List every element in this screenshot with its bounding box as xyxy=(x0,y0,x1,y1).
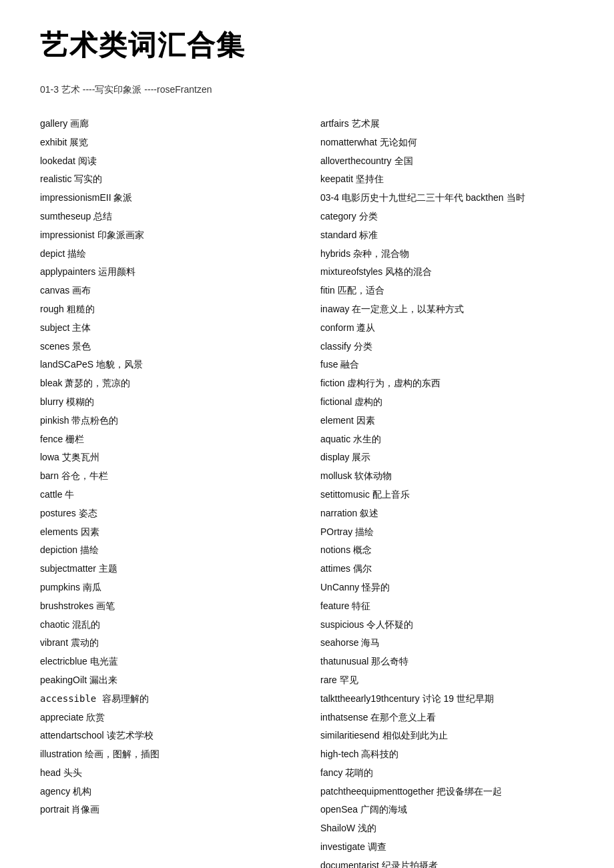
list-item: standard 标准 xyxy=(320,228,574,244)
list-item: peakingOilt 漏出来 xyxy=(40,673,294,689)
list-item: aquatic 水生的 xyxy=(320,432,574,448)
list-item: mixtureofstyles 风格的混合 xyxy=(320,264,574,280)
list-item: pinkish 带点粉色的 xyxy=(40,413,294,429)
list-item: ShailoW 浅的 xyxy=(320,821,574,837)
list-item: feature 特征 xyxy=(320,598,574,614)
list-item: rough 粗糙的 xyxy=(40,302,294,318)
list-item: fiction 虚构行为，虚构的东西 xyxy=(320,376,574,392)
list-item: conform 遵从 xyxy=(320,320,574,336)
list-item: documentarist 纪录片拍摄者 xyxy=(320,858,574,868)
left-column: gallery 画廊exhibit 展览lookedat 阅读realistic… xyxy=(40,116,294,868)
list-item: hybrids 杂种，混合物 xyxy=(320,246,574,262)
list-item: talkttheearly19thcentury 讨论 19 世纪早期 xyxy=(320,691,574,707)
list-item: scenes 景色 xyxy=(40,339,294,355)
list-item: alloverthecountry 全国 xyxy=(320,153,574,169)
list-item: rare 罕见 xyxy=(320,673,574,689)
list-item: accessible 容易理解的 xyxy=(40,691,294,707)
content-area: gallery 画廊exhibit 展览lookedat 阅读realistic… xyxy=(40,116,574,868)
list-item: sumtheseup 总结 xyxy=(40,209,294,225)
list-item: brushstrokes 画笔 xyxy=(40,598,294,614)
list-item: depict 描绘 xyxy=(40,246,294,262)
subtitle: 01-3 艺术 ----写实印象派 ----roseFrantzen xyxy=(40,84,574,96)
list-item: seahorse 海马 xyxy=(320,635,574,651)
list-item: cattle 牛 xyxy=(40,487,294,503)
list-item: attendartschool 读艺术学校 xyxy=(40,728,294,744)
list-item: chaotic 混乱的 xyxy=(40,617,294,633)
list-item: landSCaPeS 地貌，风景 xyxy=(40,357,294,373)
list-item: category 分类 xyxy=(320,209,574,225)
list-item: fictional 虚构的 xyxy=(320,394,574,410)
list-item: subjectmatter 主题 xyxy=(40,561,294,577)
list-item: element 因素 xyxy=(320,413,574,429)
list-item: patchtheequipmenttogether 把设备绑在一起 xyxy=(320,784,574,800)
list-item: lookedat 阅读 xyxy=(40,153,294,169)
list-item: exhibit 展览 xyxy=(40,135,294,151)
list-item: agency 机构 xyxy=(40,784,294,800)
list-item: portrait 肖像画 xyxy=(40,802,294,818)
list-item: inaway 在一定意义上，以某种方式 xyxy=(320,302,574,318)
list-item: inthatsense 在那个意义上看 xyxy=(320,710,574,726)
list-item: mollusk 软体动物 xyxy=(320,468,574,484)
list-item: elements 因素 xyxy=(40,524,294,540)
list-item: subject 主体 xyxy=(40,320,294,336)
list-item: suspicious 令人怀疑的 xyxy=(320,617,574,633)
list-item: UnCanny 怪异的 xyxy=(320,580,574,596)
right-column: artfairs 艺术展nomatterwhat 无论如何alloverthec… xyxy=(320,116,574,868)
list-item: bleak 萧瑟的，荒凉的 xyxy=(40,376,294,392)
list-item: impressionist 印象派画家 xyxy=(40,228,294,244)
list-item: investigate 调查 xyxy=(320,839,574,855)
list-item: applypainters 运用颜料 xyxy=(40,264,294,280)
list-item: fancy 花哨的 xyxy=(320,765,574,781)
list-item: lowa 艾奥瓦州 xyxy=(40,450,294,466)
list-item: illustration 绘画，图解，插图 xyxy=(40,747,294,763)
list-item: POrtray 描绘 xyxy=(320,524,574,540)
list-item: fuse 融合 xyxy=(320,357,574,373)
list-item: vibrant 震动的 xyxy=(40,635,294,651)
list-item: electricblue 电光蓝 xyxy=(40,654,294,670)
list-item: postures 姿态 xyxy=(40,506,294,522)
list-item: narration 叙述 xyxy=(320,506,574,522)
list-item: similaritiesend 相似处到此为止 xyxy=(320,728,574,744)
list-item: notions 概念 xyxy=(320,542,574,558)
list-item: 03-4 电影历史十九世纪二三十年代 backthen 当时 xyxy=(320,190,574,206)
list-item: thatunusual 那么奇特 xyxy=(320,654,574,670)
list-item: realistic 写实的 xyxy=(40,171,294,187)
list-item: canvas 画布 xyxy=(40,283,294,299)
list-item: fence 栅栏 xyxy=(40,432,294,448)
list-item: classify 分类 xyxy=(320,339,574,355)
list-item: high-tech 高科技的 xyxy=(320,747,574,763)
list-item: pumpkins 南瓜 xyxy=(40,580,294,596)
list-item: head 头头 xyxy=(40,765,294,781)
list-item: barn 谷仓，牛栏 xyxy=(40,468,294,484)
list-item: impressionismEII 象派 xyxy=(40,190,294,206)
list-item: keepatit 坚持住 xyxy=(320,171,574,187)
list-item: depiction 描绘 xyxy=(40,542,294,558)
list-item: display 展示 xyxy=(320,450,574,466)
list-item: appreciate 欣赏 xyxy=(40,710,294,726)
list-item: openSea 广阔的海域 xyxy=(320,802,574,818)
page-title: 艺术类词汇合集 xyxy=(40,27,574,64)
list-item: gallery 画廊 xyxy=(40,116,294,132)
list-item: nomatterwhat 无论如何 xyxy=(320,135,574,151)
list-item: fitin 匹配，适合 xyxy=(320,283,574,299)
list-item: blurry 模糊的 xyxy=(40,394,294,410)
list-item: attimes 偶尔 xyxy=(320,561,574,577)
list-item: setittomusic 配上音乐 xyxy=(320,487,574,503)
list-item: artfairs 艺术展 xyxy=(320,116,574,132)
